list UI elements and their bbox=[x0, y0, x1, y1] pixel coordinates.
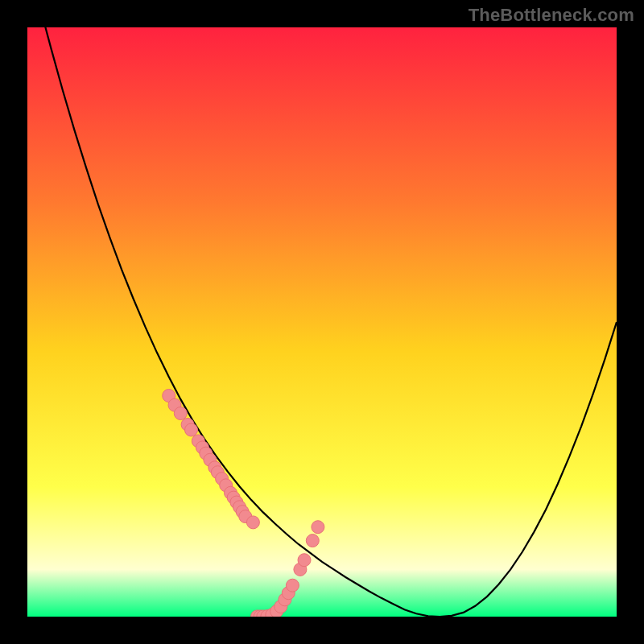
marker-point bbox=[298, 554, 311, 567]
marker-point bbox=[286, 579, 299, 592]
marker-point bbox=[185, 423, 198, 436]
plot-area bbox=[27, 27, 617, 617]
marker-point bbox=[312, 521, 324, 534]
marker-point bbox=[306, 535, 319, 547]
attribution-text: TheBottleneck.com bbox=[469, 5, 634, 26]
marker-point bbox=[174, 407, 187, 420]
chart-svg bbox=[27, 27, 617, 617]
marker-point bbox=[246, 516, 259, 529]
chart-frame: TheBottleneck.com bbox=[0, 0, 644, 644]
